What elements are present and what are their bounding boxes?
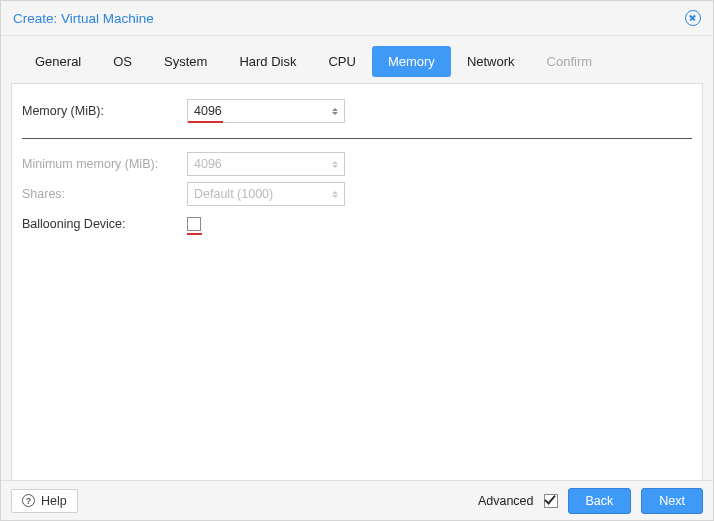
- ballooning-checkbox[interactable]: [187, 217, 201, 231]
- row-memory: Memory (MiB): 4096: [22, 96, 692, 126]
- tab-cpu[interactable]: CPU: [312, 46, 371, 77]
- spinner-arrows-icon[interactable]: [330, 102, 340, 120]
- help-icon: ?: [22, 494, 35, 507]
- back-button[interactable]: Back: [568, 488, 632, 514]
- ballooning-label: Ballooning Device:: [22, 217, 187, 231]
- next-button[interactable]: Next: [641, 488, 703, 514]
- section-divider: [22, 138, 692, 139]
- shares-label: Shares:: [22, 187, 187, 201]
- tab-system[interactable]: System: [148, 46, 223, 77]
- min-memory-input: 4096: [187, 152, 345, 176]
- footer-right: Advanced Back Next: [478, 488, 703, 514]
- min-memory-label: Minimum memory (MiB):: [22, 157, 187, 171]
- memory-value: 4096: [194, 104, 222, 118]
- tab-hard-disk[interactable]: Hard Disk: [223, 46, 312, 77]
- close-icon[interactable]: [685, 10, 701, 26]
- title-bar: Create: Virtual Machine: [1, 1, 713, 36]
- help-button[interactable]: ? Help: [11, 489, 78, 513]
- ballooning-checkbox-wrap: [187, 217, 201, 231]
- shares-placeholder: Default (1000): [194, 187, 273, 201]
- spinner-arrows-icon: [330, 185, 340, 203]
- row-ballooning: Ballooning Device:: [22, 209, 692, 239]
- min-memory-value: 4096: [194, 157, 222, 171]
- shares-input: Default (1000): [187, 182, 345, 206]
- row-shares: Shares: Default (1000): [22, 179, 692, 209]
- memory-input[interactable]: 4096: [187, 99, 345, 123]
- create-vm-dialog: Create: Virtual Machine General OS Syste…: [0, 0, 714, 521]
- memory-label: Memory (MiB):: [22, 104, 187, 118]
- advanced-checkbox[interactable]: [544, 494, 558, 508]
- tab-network[interactable]: Network: [451, 46, 531, 77]
- tab-os[interactable]: OS: [97, 46, 148, 77]
- validation-underline: [188, 121, 223, 123]
- tab-confirm: Confirm: [531, 46, 609, 77]
- row-min-memory: Minimum memory (MiB): 4096: [22, 149, 692, 179]
- tab-general[interactable]: General: [19, 46, 97, 77]
- help-label: Help: [41, 494, 67, 508]
- wizard-tab-bar: General OS System Hard Disk CPU Memory N…: [1, 36, 713, 77]
- tab-memory[interactable]: Memory: [372, 46, 451, 77]
- dialog-title: Create: Virtual Machine: [13, 11, 154, 26]
- memory-panel: Memory (MiB): 4096 Minimum memory (MiB):…: [11, 83, 703, 488]
- advanced-label: Advanced: [478, 494, 534, 508]
- dialog-footer: ? Help Advanced Back Next: [1, 480, 713, 520]
- spinner-arrows-icon: [330, 155, 340, 173]
